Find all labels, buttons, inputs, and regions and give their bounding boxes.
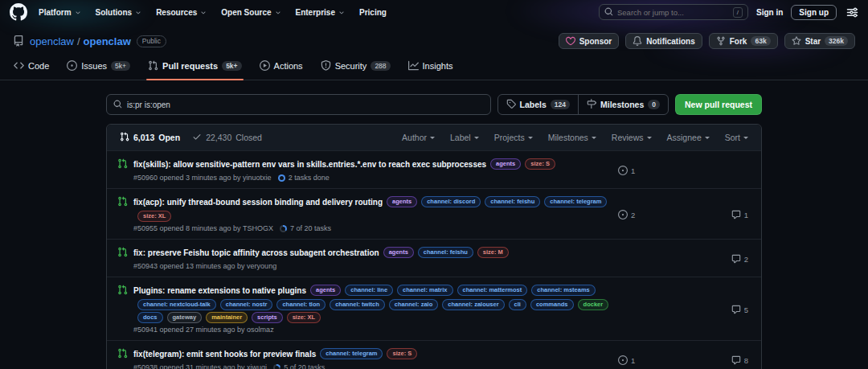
- pr-label[interactable]: agents: [383, 247, 414, 258]
- pr-label[interactable]: channel: twitch: [330, 299, 385, 310]
- nav-item-pricing[interactable]: Pricing: [359, 8, 387, 17]
- pr-label[interactable]: maintainer: [206, 312, 248, 323]
- pr-label[interactable]: channel: feishu: [485, 196, 540, 207]
- filter-dropdown-reviews[interactable]: Reviews: [612, 133, 652, 142]
- list-filter-dropdowns: AuthorLabelProjectsMilestonesReviewsAssi…: [402, 133, 748, 142]
- nav-item-enterprise[interactable]: Enterprise: [296, 8, 345, 17]
- pr-label[interactable]: channel: msteams: [531, 285, 595, 296]
- pr-label[interactable]: channel: telegram: [320, 348, 383, 359]
- tab-pull-requests[interactable]: Pull requests5k+: [141, 51, 249, 80]
- milestones-button[interactable]: Milestones 0: [578, 95, 668, 114]
- pr-title-link[interactable]: fix: preserve Feishu topic affinity acro…: [133, 248, 379, 257]
- pr-tasks[interactable]: 2 tasks done: [278, 174, 330, 182]
- pr-label[interactable]: scripts: [252, 312, 283, 323]
- pr-label[interactable]: channel: zalouser: [442, 299, 504, 310]
- graph-icon: [408, 60, 419, 71]
- filter-dropdown-sort[interactable]: Sort: [725, 133, 748, 142]
- tab-actions[interactable]: Actions: [252, 51, 310, 80]
- labels-button[interactable]: Labels 124: [498, 95, 578, 114]
- repo-icon: [13, 35, 24, 47]
- pr-title-link[interactable]: fix(acp): unify thread-bound session bin…: [133, 198, 383, 207]
- task-progress-icon: [278, 174, 285, 182]
- sponsor-button[interactable]: Sponsor: [559, 33, 620, 49]
- pr-label[interactable]: commands: [530, 299, 574, 310]
- search-icon: [604, 7, 613, 16]
- pr-label[interactable]: agents: [387, 196, 417, 207]
- pr-comments[interactable]: 2: [692, 248, 748, 270]
- pr-label[interactable]: size: S: [387, 348, 417, 359]
- pr-meta-text: #50941 opened 27 minutes ago by osolmaz: [133, 326, 274, 334]
- filter-dropdown-milestones[interactable]: Milestones: [548, 133, 596, 142]
- pr-label[interactable]: channel: nostr: [220, 299, 273, 310]
- pr-comments[interactable]: 8: [692, 349, 748, 369]
- nav-item-solutions[interactable]: Solutions: [96, 8, 142, 17]
- fork-button[interactable]: Fork63k: [709, 33, 778, 49]
- open-pr-status-icon: [117, 348, 128, 369]
- pr-label[interactable]: gateway: [167, 312, 203, 323]
- pr-label[interactable]: size: S: [525, 158, 555, 170]
- repo-name-link[interactable]: openclaw: [84, 35, 131, 47]
- pr-reviews[interactable]: 1: [618, 159, 692, 182]
- tab-issues[interactable]: Issues5k+: [59, 51, 137, 80]
- pr-tasks[interactable]: 7 of 20 tasks: [280, 224, 331, 232]
- pr-filter-search[interactable]: [106, 94, 491, 115]
- pr-label[interactable]: channel: feishu: [418, 247, 473, 258]
- pr-label[interactable]: channel: nextcloud-talk: [137, 299, 216, 310]
- pr-title-link[interactable]: fix(skills): allow sensitive-pattern env…: [133, 160, 486, 169]
- star-button[interactable]: Star326k: [784, 33, 855, 49]
- pr-reviews[interactable]: 2: [618, 197, 692, 232]
- pr-label[interactable]: channel: discord: [421, 196, 481, 207]
- global-search-input[interactable]: [617, 8, 729, 17]
- pr-title-line: fix(telegram): emit sent hooks for previ…: [133, 346, 612, 361]
- pr-label[interactable]: docker: [578, 299, 609, 310]
- pr-title-link[interactable]: Plugins: rename extensions to native plu…: [133, 286, 306, 295]
- pr-comments[interactable]: 1: [692, 197, 748, 232]
- tab-insights[interactable]: Insights: [401, 51, 461, 80]
- pr-reviews[interactable]: 1: [618, 349, 692, 369]
- new-pull-request-button[interactable]: New pull request: [675, 94, 762, 115]
- github-logo-icon[interactable]: [10, 3, 27, 21]
- sign-up-button[interactable]: Sign up: [791, 5, 837, 20]
- pr-label[interactable]: cli: [509, 299, 526, 310]
- nav-item-resources[interactable]: Resources: [156, 8, 207, 17]
- global-search[interactable]: /: [599, 4, 748, 20]
- pr-label[interactable]: docs: [137, 312, 163, 323]
- pr-label[interactable]: channel: matrix: [397, 285, 452, 296]
- play-icon: [260, 60, 270, 71]
- git-pull-request-icon: [120, 132, 129, 141]
- pr-row-main: fix(skills): allow sensitive-pattern env…: [128, 157, 618, 182]
- pr-label[interactable]: channel: tlon: [276, 299, 326, 310]
- pr-label[interactable]: size: XL: [137, 211, 171, 222]
- closed-prs-toggle[interactable]: 22,430 Closed: [192, 132, 262, 143]
- open-prs-toggle[interactable]: 6,013 Open: [120, 132, 180, 143]
- pr-title-link[interactable]: fix(telegram): emit sent hooks for previ…: [133, 350, 316, 359]
- pr-label[interactable]: agents: [310, 285, 341, 296]
- pr-label[interactable]: channel: telegram: [544, 196, 607, 207]
- pr-label[interactable]: channel: zalo: [389, 299, 439, 310]
- repo-owner-link[interactable]: openclaw: [30, 35, 74, 47]
- pr-label[interactable]: channel: line: [345, 285, 393, 296]
- pr-comments[interactable]: 5: [692, 285, 748, 334]
- nav-item-open-source[interactable]: Open Source: [221, 8, 280, 17]
- pr-label[interactable]: size: M: [477, 247, 509, 258]
- labels-count: 124: [551, 100, 570, 109]
- filter-dropdown-assignee[interactable]: Assignee: [667, 133, 710, 142]
- filter-dropdown-projects[interactable]: Projects: [494, 133, 533, 142]
- tab-code[interactable]: Code: [6, 51, 56, 80]
- pr-label[interactable]: agents: [490, 158, 521, 170]
- filter-dropdown-label[interactable]: Label: [450, 133, 479, 142]
- review-icon: [618, 166, 628, 175]
- labels-button-label: Labels: [520, 100, 547, 109]
- pr-label[interactable]: channel: mattermost: [457, 285, 528, 296]
- filter-dropdown-author[interactable]: Author: [402, 133, 435, 142]
- pr-meta-text: #50943 opened 13 minutes ago by veryoung: [133, 262, 276, 270]
- tab-security[interactable]: Security288: [313, 51, 398, 80]
- appearance-settings-icon[interactable]: [846, 6, 858, 18]
- pr-filter-input[interactable]: [127, 100, 484, 109]
- pr-label[interactable]: size: XL: [287, 312, 321, 323]
- pr-tasks[interactable]: 5 of 20 tasks: [273, 363, 325, 369]
- tab-label: Insights: [423, 61, 453, 71]
- sign-in-link[interactable]: Sign in: [756, 8, 783, 17]
- nav-item-platform[interactable]: Platform: [39, 8, 81, 17]
- notifications-button[interactable]: Notifications: [625, 33, 702, 49]
